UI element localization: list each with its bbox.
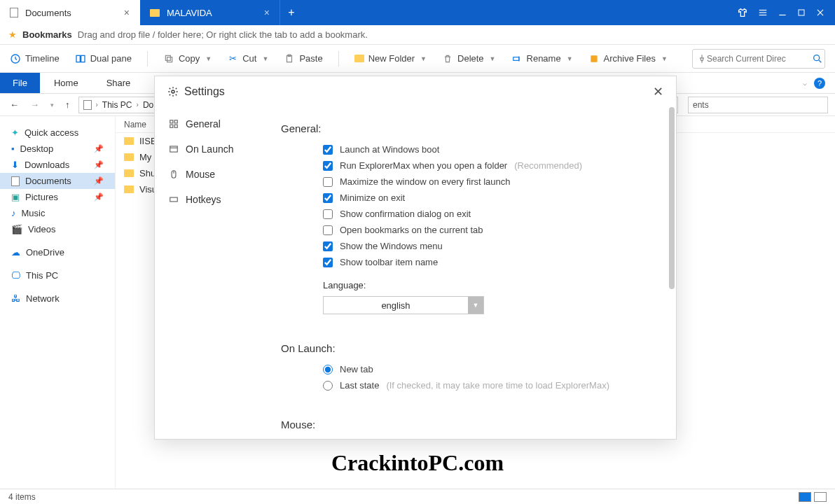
chevron-down-icon[interactable]: ▼ <box>468 297 483 314</box>
svg-rect-8 <box>76 55 80 62</box>
share-menu[interactable]: Share <box>92 73 145 93</box>
sidebar-desktop[interactable]: ▪ Desktop 📌 <box>0 141 115 157</box>
language-value: english <box>324 297 468 314</box>
svg-point-17 <box>814 55 820 60</box>
desktop-icon: ▪ <box>11 144 15 154</box>
sidebar: ✦ Quick access ▪ Desktop 📌 ⬇ Downloads 📌… <box>0 116 116 489</box>
nav-general[interactable]: General <box>155 111 272 136</box>
help-icon[interactable]: ? <box>814 78 825 89</box>
home-menu[interactable]: Home <box>40 73 92 93</box>
nav-on-launch[interactable]: On Launch <box>155 136 272 162</box>
icons-view-icon[interactable] <box>814 492 827 502</box>
dialog-title: Settings <box>184 85 225 98</box>
svg-rect-28 <box>170 197 178 202</box>
section-on-launch: On Launch: <box>281 342 654 354</box>
pin-icon[interactable] <box>697 54 707 64</box>
archive-button[interactable]: Archive Files ▼ <box>588 53 668 64</box>
opt-new-tab[interactable]: New tab <box>323 364 654 374</box>
pin-icon: 📌 <box>94 176 104 186</box>
opt-bookmarks-current[interactable]: Open bookmarks on the current tab <box>323 225 654 235</box>
chevron-down-icon[interactable]: ▼ <box>205 55 212 62</box>
opt-run-on-folder[interactable]: Run ExplorerMax when you open a folder (… <box>323 160 654 171</box>
close-window-icon[interactable] <box>815 8 825 18</box>
scissors-icon: ✂ <box>227 53 238 64</box>
sidebar-music[interactable]: ♪ Music <box>0 205 115 221</box>
svg-rect-24 <box>170 146 178 152</box>
details-view-icon[interactable] <box>799 492 811 502</box>
close-icon[interactable]: × <box>264 7 270 18</box>
nav-hotkeys[interactable]: Hotkeys <box>155 187 272 212</box>
delete-button[interactable]: Delete ▼ <box>442 53 496 64</box>
bookmarks-label: Bookmarks <box>22 29 72 40</box>
dual-pane-button[interactable]: Dual pane <box>75 53 132 64</box>
timeline-button[interactable]: Timeline <box>10 53 60 64</box>
close-icon[interactable]: × <box>124 7 130 18</box>
sidebar-thispc[interactable]: 🖵 This PC <box>0 267 115 284</box>
dialog-content: General: Launch at Windows boot Run Expl… <box>272 107 676 439</box>
sidebar-pictures[interactable]: ▣ Pictures 📌 <box>0 189 115 205</box>
chevron-down-icon[interactable]: ▼ <box>661 55 668 62</box>
opt-maximize[interactable]: Maximize the window on every first launc… <box>323 176 654 187</box>
opt-launch-boot[interactable]: Launch at Windows boot <box>323 144 654 155</box>
opt-confirm-exit[interactable]: Show confirmation dialog on exit <box>323 209 654 219</box>
new-tab-button[interactable]: + <box>280 0 303 25</box>
watermark: CrackintoPC.com <box>331 450 504 476</box>
sidebar-documents[interactable]: Documents 📌 <box>0 173 115 189</box>
search-input[interactable] <box>707 54 812 64</box>
bookmark-bar: ★ Bookmarks Drag and drop file / folder … <box>0 25 835 45</box>
chevron-down-icon[interactable]: ⌵ <box>803 79 807 87</box>
maximize-icon[interactable] <box>797 8 806 17</box>
opt-toolbar-name[interactable]: Show toolbar item name <box>323 257 654 267</box>
minimize-icon[interactable] <box>778 8 787 18</box>
chevron-down-icon[interactable]: ▼ <box>262 55 268 62</box>
tab-malavida[interactable]: MALAVIDA × <box>140 0 280 25</box>
paste-button[interactable]: Paste <box>284 53 322 64</box>
sidebar-network[interactable]: 🖧 Network <box>0 290 115 307</box>
svg-rect-14 <box>513 57 518 60</box>
sidebar-videos[interactable]: 🎬 Videos <box>0 221 115 237</box>
scrollbar[interactable] <box>669 107 675 439</box>
address-ents[interactable]: ents <box>688 97 828 113</box>
back-button[interactable]: ← <box>7 99 22 110</box>
folder-icon <box>124 137 134 145</box>
chevron-down-icon[interactable]: ▼ <box>490 55 496 62</box>
tshirt-icon[interactable] <box>737 7 748 18</box>
crumb-do[interactable]: Do <box>143 100 153 110</box>
nav-mouse[interactable]: Mouse <box>155 162 272 187</box>
search-icon[interactable] <box>812 53 823 64</box>
svg-rect-16 <box>591 55 597 62</box>
scroll-thumb[interactable] <box>669 107 675 289</box>
cut-button[interactable]: ✂ Cut ▼ <box>227 53 268 64</box>
file-menu[interactable]: File <box>0 73 40 93</box>
close-icon[interactable]: ✕ <box>653 84 663 99</box>
opt-windows-menu[interactable]: Show the Windows menu <box>323 241 654 251</box>
up-button[interactable]: ↑ <box>62 99 73 110</box>
opt-minimize-exit[interactable]: Minimize on exit <box>323 192 654 203</box>
search-box[interactable] <box>692 49 825 69</box>
forward-button[interactable]: → <box>27 99 42 110</box>
copy-icon <box>163 53 174 64</box>
monitor-icon: 🖵 <box>11 270 20 281</box>
clock-icon <box>10 53 21 64</box>
section-mouse: Mouse: <box>281 419 654 430</box>
dual-pane-icon <box>75 53 86 64</box>
copy-button[interactable]: Copy ▼ <box>163 53 212 64</box>
chevron-down-icon[interactable]: ▼ <box>420 55 427 62</box>
new-folder-button[interactable]: New Folder ▼ <box>354 53 427 64</box>
pictures-icon: ▣ <box>11 192 20 202</box>
video-icon: 🎬 <box>11 224 22 234</box>
chevron-down-icon[interactable]: ▼ <box>567 55 573 62</box>
language-label: Language: <box>323 280 654 290</box>
toolbar: Timeline Dual pane Copy ▼ ✂ Cut ▼ Paste … <box>0 45 835 73</box>
crumb-thispc[interactable]: This PC <box>102 100 132 110</box>
window-icon <box>169 144 179 154</box>
rename-button[interactable]: Rename ▼ <box>511 53 573 64</box>
menu-icon[interactable] <box>758 8 768 18</box>
opt-last-state[interactable]: Last state (If checked, it may take more… <box>323 380 654 391</box>
sidebar-onedrive[interactable]: ☁ OneDrive <box>0 244 115 260</box>
sidebar-downloads[interactable]: ⬇ Downloads 📌 <box>0 157 115 173</box>
language-select[interactable]: english ▼ <box>323 296 484 314</box>
quick-access-header[interactable]: ✦ Quick access <box>0 125 115 141</box>
chevron-down-icon[interactable]: ▾ <box>48 102 57 108</box>
tab-documents[interactable]: Documents × <box>0 0 140 25</box>
